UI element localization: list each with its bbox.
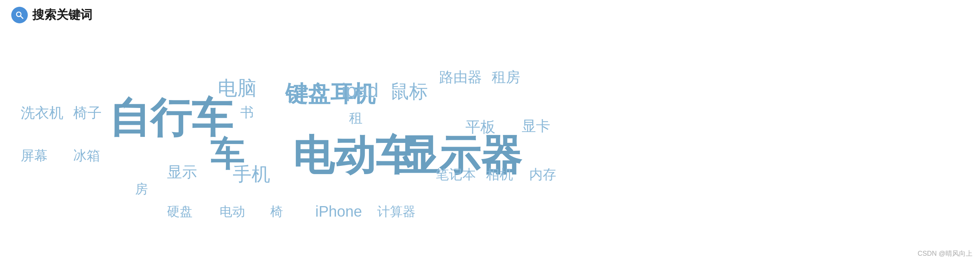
word-item[interactable]: 冰箱 <box>73 147 100 165</box>
word-item[interactable]: 屏幕 <box>21 147 48 165</box>
word-item[interactable]: 椅 <box>270 203 283 220</box>
word-item[interactable]: 相机 <box>486 165 513 184</box>
search-icon <box>11 7 28 23</box>
footer-credit: CSDN @晴风向上 <box>918 249 972 258</box>
word-item[interactable]: 内存 <box>529 165 556 184</box>
word-cloud: 自行车电动车显示器车键盘耳机电脑ipad鼠标路由器租房洗衣机椅子书租平板显卡屏幕… <box>0 30 980 248</box>
word-item[interactable]: 椅子 <box>73 103 102 123</box>
word-item[interactable]: 硬盘 <box>167 203 192 220</box>
word-item[interactable]: 电动 <box>220 203 245 220</box>
word-item[interactable]: 电脑 <box>218 75 257 101</box>
word-item[interactable]: 房 <box>135 181 148 198</box>
word-item[interactable]: 书 <box>240 103 254 122</box>
word-item[interactable]: 租房 <box>492 68 520 87</box>
page-title: 搜索关键词 <box>32 7 92 23</box>
svg-line-1 <box>21 16 23 18</box>
word-item[interactable]: 显示 <box>167 162 197 183</box>
word-item[interactable]: 洗衣机 <box>21 103 64 123</box>
word-item[interactable]: 平板 <box>465 117 495 137</box>
word-item[interactable]: 租 <box>349 109 363 128</box>
word-item[interactable]: 手机 <box>233 162 270 187</box>
word-item[interactable]: ipad <box>342 79 378 101</box>
header: 搜索关键词 <box>0 0 980 30</box>
word-item[interactable]: 计算器 <box>377 203 415 220</box>
word-item[interactable]: 鼠标 <box>390 79 428 104</box>
word-item[interactable]: 笔记本 <box>435 165 476 184</box>
word-item[interactable]: 路由器 <box>439 68 482 87</box>
word-item[interactable]: iPhone <box>315 203 362 220</box>
word-item[interactable]: 显卡 <box>522 117 550 136</box>
